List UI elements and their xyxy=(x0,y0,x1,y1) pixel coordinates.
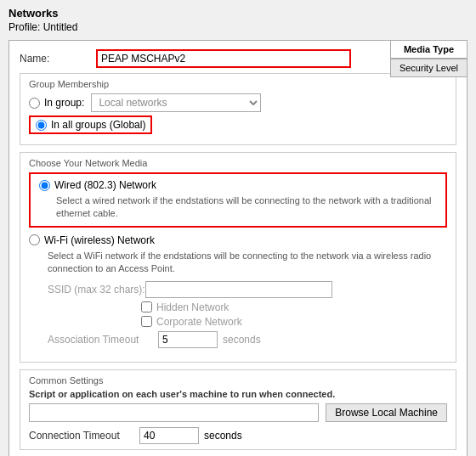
assoc-timeout-unit: seconds xyxy=(223,334,261,346)
script-row: Browse Local Machine xyxy=(29,403,447,422)
window-title: Networks xyxy=(8,7,468,20)
wifi-section: Wi-Fi (wireless) Network Select a WiFi n… xyxy=(29,231,447,352)
in-group-label: In group: xyxy=(44,97,84,109)
subtitle-value: Untitled xyxy=(43,21,78,33)
main-content: Media Type Security Level Name: Group Me… xyxy=(8,40,468,456)
hidden-network-row: Hidden Network xyxy=(141,301,447,313)
window-subtitle: Profile: Untitled xyxy=(8,21,468,33)
conn-timeout-row: Connection Timeout seconds xyxy=(29,427,447,444)
ssid-label: SSID (max 32 chars): xyxy=(48,284,145,296)
wifi-label: Wi-Fi (wireless) Network xyxy=(44,234,155,246)
conn-timeout-input[interactable] xyxy=(139,427,199,444)
assoc-timeout-label: Association Timeout xyxy=(48,334,158,346)
wired-radio-row: Wired (802.3) Network xyxy=(39,179,437,191)
script-input[interactable] xyxy=(29,403,319,422)
group-select[interactable]: Local networks xyxy=(91,93,261,112)
in-all-groups-highlight: In all groups (Global) xyxy=(29,115,152,134)
tabs-panel: Media Type Security Level xyxy=(390,40,468,77)
corporate-network-row: Corporate Network xyxy=(141,316,447,328)
network-media-title: Choose Your Network Media xyxy=(29,158,447,168)
tab-media-type[interactable]: Media Type xyxy=(390,40,468,59)
wired-network-box: Wired (802.3) Network Select a wired net… xyxy=(29,172,447,228)
conn-timeout-label: Connection Timeout xyxy=(29,430,139,442)
tab-security-level[interactable]: Security Level xyxy=(390,59,468,77)
common-settings-title: Common Settings xyxy=(29,375,447,386)
browse-button[interactable]: Browse Local Machine xyxy=(326,403,447,422)
wired-desc: Select a wired network if the endstation… xyxy=(56,194,437,221)
hidden-network-label: Hidden Network xyxy=(156,301,229,313)
group-membership-title: Group Membership xyxy=(29,79,447,89)
wired-radio[interactable] xyxy=(39,180,50,191)
group-membership-section: Group Membership In group: Local network… xyxy=(20,73,456,145)
wired-label: Wired (802.3) Network xyxy=(54,179,156,191)
wifi-radio-row: Wi-Fi (wireless) Network xyxy=(29,234,447,246)
corporate-network-checkbox[interactable] xyxy=(141,316,152,327)
wifi-options: Select a WiFi network if the endstations… xyxy=(48,250,447,348)
script-desc: Script or application on each user's mac… xyxy=(29,389,447,399)
in-all-groups-row: In all groups (Global) xyxy=(29,115,447,134)
in-all-groups-label: In all groups (Global) xyxy=(51,119,145,131)
network-media-section: Choose Your Network Media Wired (802.3) … xyxy=(20,152,456,363)
hidden-network-checkbox[interactable] xyxy=(141,301,152,312)
subtitle-label: Profile: xyxy=(8,21,40,33)
assoc-timeout-row: Association Timeout seconds xyxy=(48,331,447,348)
wifi-desc: Select a WiFi network if the endstations… xyxy=(48,250,447,276)
name-input[interactable] xyxy=(96,49,351,68)
in-group-radio[interactable] xyxy=(29,98,40,109)
corporate-network-label: Corporate Network xyxy=(156,316,242,328)
ssid-input[interactable] xyxy=(145,281,332,298)
in-group-row: In group: Local networks xyxy=(29,93,447,112)
window: Networks Profile: Untitled Media Type Se… xyxy=(0,0,476,456)
conn-timeout-unit: seconds xyxy=(204,430,242,442)
ssid-row: SSID (max 32 chars): xyxy=(48,281,447,298)
in-all-groups-radio[interactable] xyxy=(36,120,47,131)
assoc-timeout-input[interactable] xyxy=(158,331,218,348)
wifi-radio[interactable] xyxy=(29,234,40,245)
name-label: Name: xyxy=(20,53,96,65)
common-settings-section: Common Settings Script or application on… xyxy=(20,369,456,450)
